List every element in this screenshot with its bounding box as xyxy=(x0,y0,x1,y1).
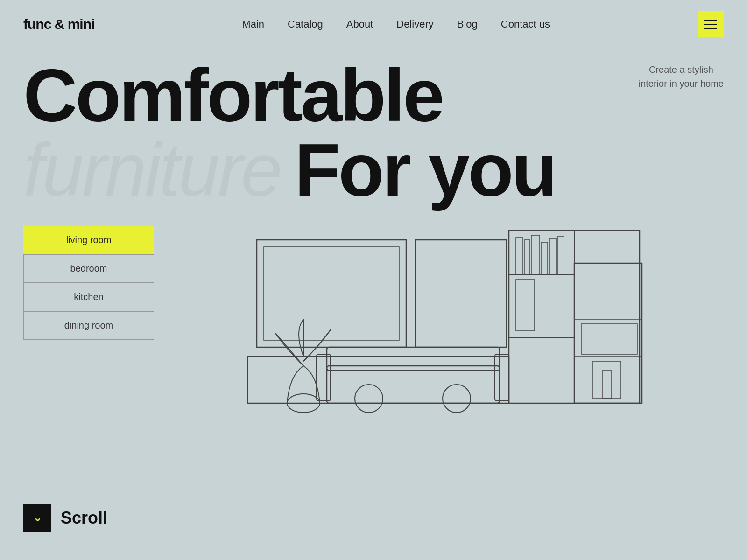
nav-main[interactable]: Main xyxy=(242,18,264,30)
room-illustration-container xyxy=(168,226,724,413)
hero-bold: For you xyxy=(295,133,556,207)
nav-blog[interactable]: Blog xyxy=(457,18,478,30)
svg-rect-5 xyxy=(541,242,548,275)
hero-section: Comfortable furniture For you Create a s… xyxy=(0,49,747,207)
nav-contact[interactable]: Contact us xyxy=(501,18,550,30)
hero-title-line2: furniture For you xyxy=(23,133,724,207)
svg-rect-13 xyxy=(264,247,399,340)
svg-rect-16 xyxy=(327,347,500,371)
lower-section: living room bedroom kitchen dining room xyxy=(0,207,747,413)
svg-rect-27 xyxy=(581,324,637,354)
svg-rect-18 xyxy=(495,354,509,401)
svg-rect-22 xyxy=(574,263,642,403)
menu-line-1 xyxy=(704,20,717,21)
svg-rect-6 xyxy=(549,239,557,275)
svg-rect-11 xyxy=(247,357,509,403)
hero-italic: furniture xyxy=(23,133,281,207)
menu-line-3 xyxy=(704,28,717,29)
room-illustration xyxy=(247,226,644,413)
svg-point-20 xyxy=(443,385,471,413)
svg-rect-7 xyxy=(558,236,564,275)
svg-rect-4 xyxy=(531,235,540,275)
category-living-room[interactable]: living room xyxy=(23,226,154,254)
svg-rect-9 xyxy=(516,280,535,331)
scroll-button[interactable]: ⌄ xyxy=(23,504,51,532)
svg-rect-14 xyxy=(416,240,507,347)
svg-point-19 xyxy=(355,385,383,413)
nav-about[interactable]: About xyxy=(346,18,374,30)
chevron-down-icon: ⌄ xyxy=(33,512,42,524)
category-kitchen[interactable]: kitchen xyxy=(23,283,154,311)
nav-catalog[interactable]: Catalog xyxy=(288,18,323,30)
logo[interactable]: func & mini xyxy=(23,16,94,32)
category-bedroom[interactable]: bedroom xyxy=(23,254,154,283)
hamburger-button[interactable] xyxy=(698,11,724,37)
nav-delivery[interactable]: Delivery xyxy=(396,18,433,30)
scroll-label: Scroll xyxy=(61,508,107,528)
svg-rect-26 xyxy=(602,371,612,399)
hero-title-line1: Comfortable xyxy=(23,58,724,133)
svg-rect-15 xyxy=(327,366,500,403)
hero-subtitle: Create a stylish interior in your home xyxy=(639,63,724,91)
scroll-section: ⌄ Scroll xyxy=(23,504,107,532)
category-list: living room bedroom kitchen dining room xyxy=(23,226,154,413)
svg-rect-3 xyxy=(524,240,530,275)
svg-rect-1 xyxy=(509,231,574,338)
svg-rect-25 xyxy=(593,361,621,399)
category-dining-room[interactable]: dining room xyxy=(23,311,154,340)
svg-rect-12 xyxy=(257,240,406,347)
svg-rect-2 xyxy=(516,238,523,275)
menu-line-2 xyxy=(704,24,717,25)
main-nav: Main Catalog About Delivery Blog Contact… xyxy=(242,18,550,30)
